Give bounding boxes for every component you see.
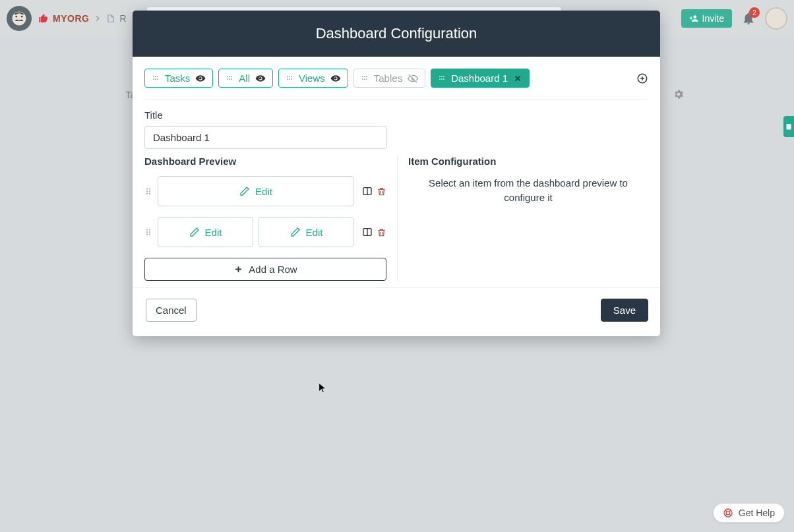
tab-label: Views — [299, 73, 325, 84]
tab-label: All — [239, 73, 250, 84]
tab-label: Tasks — [165, 73, 190, 84]
svg-point-52 — [726, 511, 729, 514]
svg-point-32 — [443, 76, 444, 77]
svg-point-10 — [155, 78, 156, 80]
user-avatar[interactable] — [765, 7, 787, 30]
tab-label: Dashboard 1 — [451, 73, 508, 84]
svg-point-39 — [146, 191, 148, 192]
svg-point-12 — [227, 76, 228, 77]
edit-label: Edit — [306, 227, 323, 238]
app-logo[interactable] — [7, 6, 32, 31]
edit-item-button[interactable]: Edit — [259, 217, 354, 247]
grip-icon — [152, 74, 160, 82]
svg-point-23 — [291, 78, 292, 80]
delete-row-icon[interactable] — [377, 187, 386, 196]
mustache-face-icon — [10, 9, 28, 28]
tab-label: Tables — [374, 73, 402, 84]
invite-label: Invite — [702, 13, 724, 24]
svg-point-35 — [443, 78, 444, 80]
tab-views[interactable]: Views — [278, 69, 348, 88]
svg-point-31 — [441, 76, 443, 77]
eye-off-icon — [408, 73, 418, 84]
svg-point-44 — [146, 229, 148, 231]
svg-point-30 — [439, 76, 441, 77]
svg-point-38 — [149, 189, 150, 190]
svg-point-33 — [439, 78, 441, 80]
tab-tables[interactable]: Tables — [353, 69, 425, 88]
svg-point-8 — [157, 76, 158, 77]
add-row-label: Add a Row — [249, 264, 297, 275]
svg-point-48 — [146, 234, 148, 235]
edit-item-button[interactable]: Edit — [158, 217, 253, 247]
cancel-button[interactable]: Cancel — [146, 299, 197, 322]
tab-tasks[interactable]: Tasks — [144, 69, 213, 88]
svg-point-28 — [364, 78, 365, 80]
svg-point-9 — [153, 78, 154, 80]
side-panel-toggle[interactable] — [783, 116, 794, 137]
svg-point-25 — [364, 76, 365, 77]
split-column-icon[interactable] — [362, 186, 373, 196]
svg-point-27 — [362, 78, 363, 80]
svg-point-1 — [13, 12, 26, 26]
thumbs-up-icon[interactable] — [38, 13, 49, 24]
edit-label: Edit — [255, 186, 272, 197]
svg-point-17 — [231, 78, 232, 80]
breadcrumb: MYORG R — [38, 13, 127, 24]
svg-point-46 — [146, 231, 148, 233]
lifebuoy-icon — [723, 508, 733, 518]
title-input[interactable] — [144, 126, 387, 149]
title-label: Title — [144, 109, 648, 121]
get-help-label: Get Help — [739, 508, 775, 518]
edit-label: Edit — [205, 227, 222, 238]
breadcrumb-doc[interactable]: R — [119, 13, 126, 24]
breadcrumb-org[interactable]: MYORG — [53, 13, 89, 24]
svg-point-18 — [287, 76, 288, 77]
edit-item-button[interactable]: Edit — [158, 176, 354, 206]
delete-row-icon[interactable] — [377, 227, 386, 237]
eye-icon — [195, 73, 206, 84]
svg-point-22 — [289, 78, 290, 80]
eye-icon — [330, 73, 341, 84]
add-tab-button[interactable] — [636, 73, 648, 84]
svg-point-41 — [146, 193, 148, 194]
drag-handle-icon[interactable] — [144, 186, 152, 196]
svg-point-24 — [362, 76, 363, 77]
svg-point-7 — [155, 76, 156, 77]
modal-title: Dashboard Configuration — [133, 11, 660, 57]
grip-icon — [286, 74, 293, 82]
preview-row: Edit Edit — [144, 217, 386, 247]
get-help-button[interactable]: Get Help — [713, 503, 785, 523]
user-plus-icon — [689, 14, 698, 23]
tab-dashboard-1[interactable]: Dashboard 1 — [431, 69, 530, 88]
settings-gear-icon[interactable] — [673, 88, 685, 100]
add-row-button[interactable]: Add a Row — [144, 258, 386, 281]
save-button[interactable]: Save — [601, 299, 648, 322]
svg-point-14 — [231, 76, 232, 77]
svg-point-11 — [157, 78, 158, 80]
svg-point-29 — [366, 78, 367, 80]
drag-handle-icon[interactable] — [144, 227, 152, 237]
grip-icon — [438, 74, 446, 82]
svg-point-34 — [441, 78, 443, 80]
split-column-icon[interactable] — [362, 227, 373, 237]
pencil-icon — [189, 227, 200, 237]
svg-point-3 — [21, 16, 23, 18]
cursor-icon — [319, 382, 328, 394]
svg-point-40 — [149, 191, 150, 192]
config-heading: Item Configuration — [408, 156, 648, 167]
tab-all[interactable]: All — [218, 69, 273, 88]
pencil-icon — [290, 227, 301, 237]
svg-point-19 — [289, 76, 290, 77]
preview-heading: Dashboard Preview — [144, 156, 386, 167]
plus-circle-icon — [636, 73, 648, 84]
svg-rect-5 — [787, 124, 791, 130]
clipboard-icon — [785, 123, 793, 131]
notifications-button[interactable]: 2 — [741, 11, 756, 26]
pencil-icon — [239, 186, 250, 196]
svg-point-20 — [291, 76, 292, 77]
svg-point-13 — [229, 76, 230, 77]
svg-point-21 — [287, 78, 288, 80]
invite-button[interactable]: Invite — [681, 9, 732, 28]
close-icon[interactable] — [513, 74, 522, 83]
svg-point-26 — [366, 76, 367, 77]
